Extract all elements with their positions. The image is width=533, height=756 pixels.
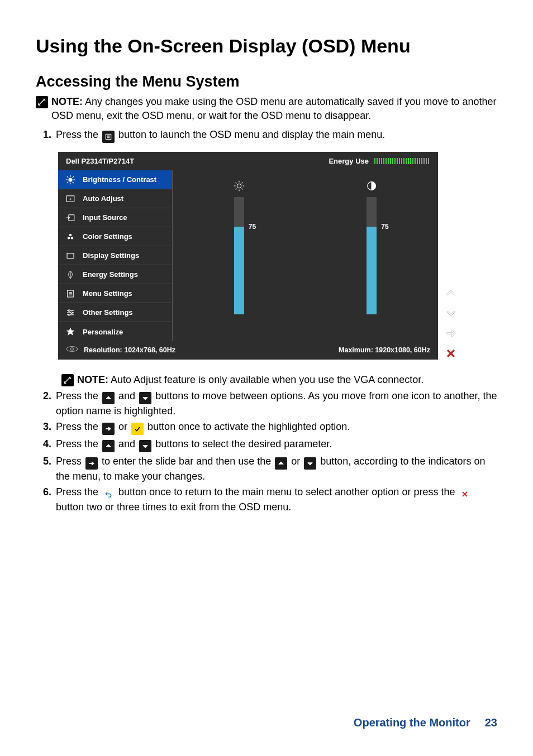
note-icon	[36, 96, 48, 108]
up-arrow-icon	[102, 392, 115, 404]
step-num: 1.	[36, 128, 51, 141]
page-title: Using the On-Screen Display (OSD) Menu	[36, 34, 497, 59]
contrast-large-icon	[365, 175, 378, 197]
step-text: and	[118, 438, 138, 449]
down-arrow-icon	[139, 440, 151, 452]
step-num: 5.	[36, 454, 51, 468]
brightness-large-icon	[233, 175, 245, 197]
osd-item-brightness[interactable]: Brightness / Contrast	[58, 170, 172, 189]
osd-item-label: Display Settings	[83, 251, 139, 261]
right-arrow-icon	[102, 423, 115, 435]
svg-point-4	[69, 178, 72, 181]
menu-settings-icon	[58, 289, 83, 299]
auto-adjust-icon: +	[58, 194, 83, 204]
step-num: 3.	[36, 420, 51, 433]
svg-point-27	[68, 310, 70, 312]
brightness-icon	[58, 175, 83, 185]
energy-settings-icon	[58, 270, 83, 280]
color-settings-icon	[58, 232, 83, 242]
osd-item-label: Other Settings	[83, 308, 133, 318]
step-text: button once to return to the main menu t…	[118, 486, 458, 497]
svg-point-29	[68, 314, 70, 315]
osd-down-button[interactable]	[444, 306, 458, 320]
step-text: or	[291, 456, 303, 467]
osd-nav: Brightness / Contrast + Auto Adjust Inpu…	[58, 170, 173, 341]
step-text: or	[118, 421, 130, 432]
osd-item-energy[interactable]: Energy Settings	[58, 265, 172, 284]
right-arrow-icon	[85, 457, 98, 470]
brightness-value: 75	[249, 222, 256, 231]
osd-item-label: Input Source	[83, 213, 127, 223]
osd-menu: Dell P2314T/P2714T Energy Use Brightness…	[58, 152, 438, 360]
check-icon	[131, 423, 144, 435]
svg-point-30	[237, 184, 241, 188]
osd-item-label: Color Settings	[83, 232, 132, 242]
step-text: Press the	[56, 390, 101, 401]
svg-point-41	[70, 348, 74, 350]
svg-line-37	[235, 189, 236, 190]
down-arrow-icon	[139, 392, 151, 404]
svg-line-36	[241, 189, 242, 190]
osd-resolution: Resolution: 1024x768, 60Hz	[84, 346, 175, 355]
contrast-value: 75	[381, 222, 388, 231]
osd-item-input[interactable]: Input Source	[58, 208, 172, 227]
step-text: buttons to select the desired parameter.	[155, 438, 332, 449]
step1-post: button to launch the OSD menu and displa…	[118, 129, 385, 140]
osd-item-auto[interactable]: + Auto Adjust	[58, 189, 172, 208]
down-arrow-icon	[304, 457, 316, 470]
personalize-icon	[58, 327, 83, 337]
other-settings-icon	[58, 308, 83, 318]
energy-meter	[374, 158, 430, 164]
osd-item-label: Menu Settings	[83, 289, 132, 299]
svg-point-16	[68, 237, 70, 240]
footer-section: Operating the Monitor	[354, 715, 470, 730]
osd-item-label: Energy Settings	[83, 270, 138, 280]
svg-line-12	[73, 176, 74, 178]
note-label: NOTE:	[77, 374, 108, 385]
note-label: NOTE:	[51, 96, 83, 107]
back-icon	[102, 488, 115, 500]
step-num: 2.	[36, 389, 51, 403]
osd-up-button[interactable]	[444, 286, 458, 300]
step-text: Press the	[56, 421, 101, 432]
note-text: Auto Adjust feature is only available wh…	[111, 374, 423, 385]
osd-enter-button[interactable]	[444, 326, 458, 341]
osd-item-menu[interactable]: Menu Settings	[58, 284, 172, 303]
osd-item-label: Auto Adjust	[83, 194, 123, 204]
osd-max-resolution: Maximum: 1920x1080, 60Hz	[339, 346, 430, 355]
step-text: Press	[56, 456, 84, 467]
step1-pre: Press the	[56, 129, 101, 140]
svg-line-9	[67, 176, 68, 178]
brightness-slider[interactable]: 75	[234, 197, 244, 314]
step-text: button two or three times to exit from t…	[56, 501, 291, 513]
note-icon	[61, 374, 74, 386]
step-num: 4.	[36, 437, 51, 451]
step-text: to enter the slide bar and then use the	[102, 456, 274, 467]
osd-item-personalize[interactable]: Personalize	[58, 322, 172, 341]
up-arrow-icon	[275, 457, 287, 470]
svg-line-38	[241, 183, 242, 184]
osd-close-button[interactable]	[444, 346, 458, 361]
osd-item-label: Personalize	[83, 327, 123, 337]
input-source-icon	[58, 213, 83, 223]
osd-energy-label: Energy Use	[329, 156, 369, 166]
display-settings-icon	[58, 251, 83, 261]
svg-line-35	[235, 183, 236, 184]
svg-text:+: +	[69, 197, 72, 202]
svg-line-11	[67, 182, 68, 183]
contrast-slider[interactable]: 75	[367, 197, 377, 314]
osd-item-other[interactable]: Other Settings	[58, 303, 172, 322]
svg-line-10	[73, 182, 74, 183]
osd-item-label: Brightness / Contrast	[83, 175, 156, 185]
svg-point-17	[71, 237, 74, 240]
resolution-icon	[66, 346, 78, 355]
osd-item-color[interactable]: Color Settings	[58, 227, 172, 246]
close-icon	[459, 488, 471, 500]
svg-point-28	[71, 312, 73, 313]
contrast-slider-col: 75	[306, 170, 439, 341]
up-arrow-icon	[102, 440, 115, 452]
step-text: Press the	[56, 486, 101, 497]
svg-point-18	[69, 234, 72, 237]
note-text: Any changes you make using the OSD menu …	[51, 96, 496, 121]
osd-item-display[interactable]: Display Settings	[58, 246, 172, 265]
